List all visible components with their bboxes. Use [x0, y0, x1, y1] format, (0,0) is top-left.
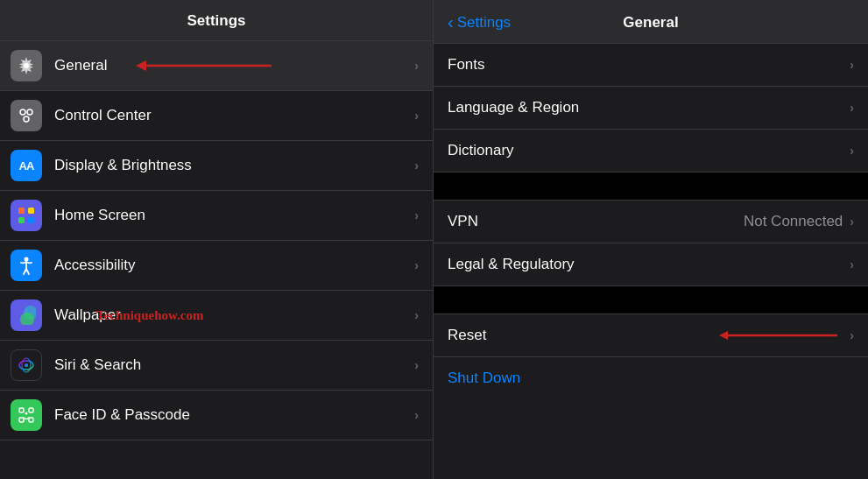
home-screen-chevron: › [414, 208, 419, 222]
wallpaper-label: Wallpaper [54, 306, 414, 324]
section-gap-1 [434, 173, 868, 201]
svg-point-21 [25, 412, 28, 415]
back-chevron-icon: ‹ [448, 12, 454, 32]
svg-rect-18 [29, 408, 33, 412]
svg-marker-23 [719, 331, 728, 340]
svg-rect-6 [18, 208, 25, 214]
reset-chevron: › [850, 328, 854, 342]
legal-chevron: › [850, 257, 854, 271]
language-chevron: › [850, 101, 854, 115]
sidebar-item-general[interactable]: General › [0, 41, 433, 91]
settings-list: General › Control Center › AA [0, 41, 433, 479]
back-button[interactable]: ‹ Settings [448, 12, 511, 32]
svg-rect-9 [28, 217, 34, 223]
sidebar-item-accessibility[interactable]: Accessibility › [0, 241, 433, 291]
home-screen-label: Home Screen [54, 207, 414, 224]
svg-rect-8 [18, 217, 25, 223]
right-header-inner: ‹ Settings General [448, 12, 854, 32]
faceid-label: Face ID & Passcode [54, 406, 414, 424]
section-gap-2 [434, 286, 868, 314]
sidebar-item-faceid[interactable]: Face ID & Passcode › [0, 391, 433, 440]
home-screen-icon [11, 200, 42, 231]
control-center-chevron: › [414, 109, 419, 123]
sidebar-item-control-center[interactable]: Control Center › [0, 91, 433, 141]
svg-rect-17 [19, 408, 24, 412]
svg-rect-7 [28, 208, 34, 214]
vpn-chevron: › [850, 215, 854, 229]
fonts-chevron: › [850, 58, 854, 72]
right-panel: ‹ Settings General Fonts › Language & Re… [434, 0, 868, 479]
control-center-icon [11, 100, 42, 131]
svg-point-10 [25, 257, 29, 262]
right-header: ‹ Settings General [434, 0, 868, 44]
sidebar-item-siri[interactable]: Siri & Search › [0, 341, 433, 391]
reset-red-arrow [719, 327, 842, 344]
faceid-chevron: › [414, 408, 419, 422]
display-chevron: › [414, 158, 419, 173]
general-icon [11, 50, 42, 81]
control-center-label: Control Center [54, 107, 414, 124]
sidebar-item-display[interactable]: AA Display & Brightness › [0, 141, 433, 191]
general-item-language[interactable]: Language & Region › [434, 87, 868, 130]
display-icon: AA [11, 150, 42, 181]
legal-label: Legal & Regulatory [448, 256, 850, 273]
back-label: Settings [457, 14, 511, 32]
shutdown-label: Shut Down [448, 370, 520, 387]
dictionary-chevron: › [850, 144, 854, 158]
shutdown-item[interactable]: Shut Down [434, 357, 868, 399]
general-item-reset[interactable]: Reset › [434, 314, 868, 357]
right-title: General [623, 14, 678, 32]
general-item-dictionary[interactable]: Dictionary › [434, 130, 868, 173]
wallpaper-chevron: › [414, 308, 419, 322]
svg-rect-20 [29, 418, 33, 422]
display-label: Display & Brightness [54, 157, 414, 174]
siri-chevron: › [414, 358, 419, 372]
vpn-label: VPN [448, 213, 744, 230]
general-item-legal[interactable]: Legal & Regulatory › [434, 243, 868, 286]
faceid-icon [11, 399, 42, 431]
wallpaper-icon [11, 299, 42, 331]
left-panel: Settings General › [0, 0, 434, 479]
svg-marker-2 [136, 60, 146, 71]
svg-point-4 [27, 109, 32, 115]
accessibility-label: Accessibility [54, 257, 414, 274]
svg-point-5 [24, 116, 29, 122]
vpn-value: Not Connected [744, 213, 843, 230]
sidebar-item-wallpaper[interactable]: Wallpaper Techniquehow.com › [0, 291, 433, 341]
left-header: Settings [0, 0, 433, 41]
sidebar-item-home-screen[interactable]: Home Screen › [0, 191, 433, 241]
svg-rect-19 [19, 418, 24, 422]
dictionary-label: Dictionary [448, 142, 850, 159]
accessibility-chevron: › [414, 258, 419, 272]
general-item-fonts[interactable]: Fonts › [434, 44, 868, 87]
left-title: Settings [14, 12, 419, 30]
language-label: Language & Region [448, 99, 850, 116]
general-item-vpn[interactable]: VPN Not Connected › [434, 201, 868, 243]
general-list: Fonts › Language & Region › Dictionary ›… [434, 44, 868, 479]
fonts-label: Fonts [448, 56, 850, 74]
accessibility-icon [11, 250, 42, 281]
siri-label: Siri & Search [54, 356, 414, 374]
svg-point-3 [20, 109, 25, 115]
general-red-arrow [136, 57, 276, 74]
svg-point-16 [25, 363, 28, 367]
general-chevron: › [414, 59, 419, 73]
siri-icon [11, 349, 42, 381]
